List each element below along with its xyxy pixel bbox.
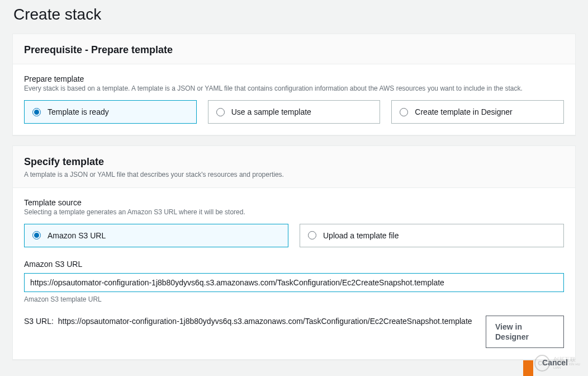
radio-label: Create template in Designer [415,107,512,116]
s3-url-prefix: S3 URL: [24,317,54,326]
s3-url-label: Amazon S3 URL [24,260,564,269]
radio-icon [32,108,41,116]
radio-icon [308,231,316,239]
watermark-text-2: CHUANG XIN HU LIAN [553,363,586,369]
s3-url-value: https://opsautomator-configuration-1j8b8… [58,317,472,326]
s3-url-display: S3 URL: https://opsautomator-configurati… [24,316,477,327]
prerequisite-header: Prerequisite - Prepare template [13,34,575,64]
radio-use-sample[interactable]: Use a sample template [208,100,381,124]
s3-url-input[interactable] [24,273,564,292]
page-title: Create stack [0,0,588,34]
specify-template-panel: Specify template A template is a JSON or… [12,145,576,360]
prerequisite-panel: Prerequisite - Prepare template Prepare … [12,34,576,135]
s3-url-hint: Amazon S3 template URL [24,295,564,303]
prepare-template-options: Template is ready Use a sample template … [24,100,564,124]
template-source-options: Amazon S3 URL Upload a template file [24,224,564,247]
specify-template-header: Specify template A template is a JSON or… [13,146,575,188]
radio-icon [216,108,225,116]
template-source-label: Template source [24,198,564,207]
next-button-slice[interactable] [523,360,533,376]
radio-create-in-designer[interactable]: Create template in Designer [391,100,564,124]
radio-icon [32,231,41,239]
radio-label: Upload a template file [323,231,399,240]
radio-amazon-s3-url[interactable]: Amazon S3 URL [24,224,288,247]
radio-label: Template is ready [48,107,109,116]
radio-icon [400,108,408,116]
specify-template-heading: Specify template [24,156,564,168]
specify-template-sub: A template is a JSON or YAML file that d… [24,170,564,180]
prepare-template-label: Prepare template [24,74,564,83]
watermark-text-1: 创新互联 [553,357,586,363]
radio-label: Amazon S3 URL [48,231,106,240]
watermark-logo-icon: CX [534,355,550,372]
template-source-sub: Selecting a template generates an Amazon… [24,208,564,216]
prerequisite-heading: Prerequisite - Prepare template [24,44,564,56]
footer-actions: Cancel [0,346,588,376]
view-in-designer-button[interactable]: View in Designer [486,316,564,348]
radio-upload-template[interactable]: Upload a template file [300,224,564,247]
radio-label: Use a sample template [231,107,311,116]
radio-template-ready[interactable]: Template is ready [24,100,197,124]
watermark: CX 创新互联 CHUANG XIN HU LIAN [534,352,586,374]
prepare-template-sub: Every stack is based on a template. A te… [24,84,564,92]
